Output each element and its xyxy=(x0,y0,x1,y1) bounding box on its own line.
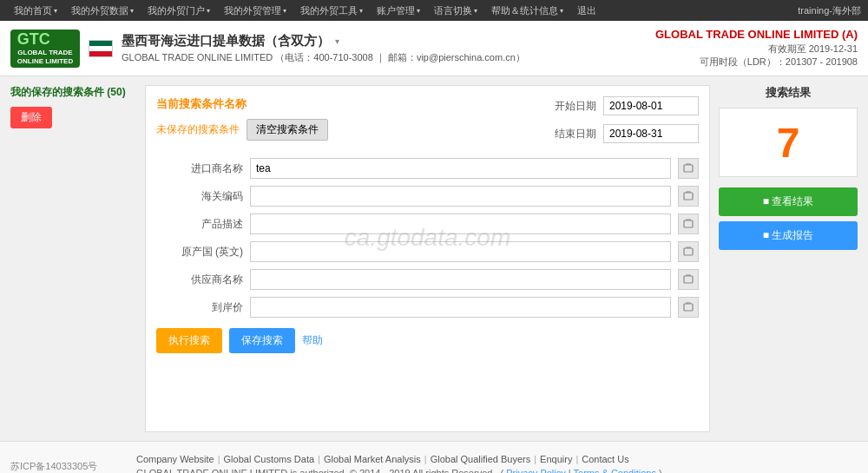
supplier-icon[interactable] xyxy=(678,269,699,290)
form-left-top: 当前搜索条件名称 未保存的搜索条件 清空搜索条件 xyxy=(156,96,555,151)
svg-rect-5 xyxy=(684,304,693,311)
importer-input[interactable] xyxy=(250,158,671,179)
product-input[interactable] xyxy=(250,214,671,234)
right-panel: 搜索结果 7 ■ 查看结果 ■ 生成报告 xyxy=(719,85,858,432)
cif-row: 到岸价 xyxy=(156,297,699,318)
importer-row: 进口商名称 xyxy=(156,158,699,179)
mexico-flag xyxy=(89,40,113,57)
svg-rect-2 xyxy=(684,220,693,227)
help-link[interactable]: 帮助 xyxy=(302,333,323,348)
supplier-input[interactable] xyxy=(250,269,671,290)
center-panel: 当前搜索条件名称 未保存的搜索条件 清空搜索条件 开始日期 结束日期 ca.gt… xyxy=(145,85,710,432)
page-title: 墨西哥海运进口提单数据（含双方） xyxy=(122,33,330,49)
nav-logout[interactable]: 退出 xyxy=(570,0,603,21)
importer-icon[interactable] xyxy=(678,158,699,179)
view-results-button[interactable]: ■ 查看结果 xyxy=(719,187,858,216)
saved-conditions-label: 我的保存的搜索条件 (50) xyxy=(10,85,136,100)
company-name: GLOBAL TRADE ONLINE LIMITED (A) xyxy=(655,28,858,41)
nav-language-arrow: ▾ xyxy=(474,7,477,15)
date-fields: 开始日期 结束日期 xyxy=(555,96,699,148)
nav-account[interactable]: 账户管理 ▾ xyxy=(370,0,427,21)
footer-market-analysis[interactable]: Global Market Analysis xyxy=(324,454,421,464)
nav-tools[interactable]: 我的外贸工具 ▾ xyxy=(293,0,370,21)
customs-row: 海关编码 xyxy=(156,186,699,207)
supplier-label: 供应商名称 xyxy=(156,273,243,287)
nav-portal[interactable]: 我的外贸门户 ▾ xyxy=(141,0,217,21)
nav-home-arrow: ▾ xyxy=(54,7,57,15)
save-search-button[interactable]: 保存搜索 xyxy=(229,328,295,353)
logo: GTC GLOBAL TRADEONLINE LIMITED xyxy=(10,30,80,68)
end-date-label: 结束日期 xyxy=(555,127,596,141)
end-date-input[interactable] xyxy=(603,124,699,143)
clear-conditions-button[interactable]: 清空搜索条件 xyxy=(247,119,328,141)
footer-contact-us[interactable]: Contact Us xyxy=(582,454,628,464)
footer-links: Company Website | Global Customs Data | … xyxy=(136,454,858,464)
footer-copyright: GLOBAL TRADE ONLINE LIMITED is authorize… xyxy=(136,468,858,473)
customs-input[interactable] xyxy=(250,186,671,207)
left-sidebar: 我的保存的搜索条件 (50) 删除 xyxy=(10,85,136,432)
training-label: training-海外部 xyxy=(798,4,861,17)
nav-management[interactable]: 我的外贸管理 ▾ xyxy=(217,0,293,21)
subtitle-company: GLOBAL TRADE ONLINE LIMITED xyxy=(122,52,273,62)
svg-rect-4 xyxy=(684,276,693,283)
nav-home[interactable]: 我的首页 ▾ xyxy=(7,0,64,21)
header-subtitle: GLOBAL TRADE ONLINE LIMITED （电话：400-710-… xyxy=(122,51,525,64)
customs-icon[interactable] xyxy=(678,186,699,207)
footer-right: Company Website | Global Customs Data | … xyxy=(136,454,858,473)
privacy-policy-link[interactable]: Privacy Policy xyxy=(506,468,565,473)
condition-name-label: 当前搜索条件名称 xyxy=(156,96,555,112)
page-footer: 苏ICP备14033305号 Company Website | Global … xyxy=(0,441,868,473)
cif-input[interactable] xyxy=(250,297,671,318)
header-left: GTC GLOBAL TRADEONLINE LIMITED 墨西哥海运进口提单… xyxy=(10,30,525,68)
importer-label: 进口商名称 xyxy=(156,161,243,176)
customs-label: 海关编码 xyxy=(156,189,243,204)
start-date-input[interactable] xyxy=(603,96,699,115)
title-dropdown-arrow[interactable]: ▾ xyxy=(335,36,339,46)
nav-tools-arrow: ▾ xyxy=(359,7,363,15)
unsaved-row: 未保存的搜索条件 清空搜索条件 xyxy=(156,119,555,141)
nav-language[interactable]: 语言切换 ▾ xyxy=(427,0,484,21)
action-row: 执行搜索 保存搜索 帮助 xyxy=(156,328,699,353)
footer-company-website[interactable]: Company Website xyxy=(136,454,214,464)
subtitle-email: 邮箱：vip@pierschina.com.cn xyxy=(388,52,516,62)
validity-date: 有效期至 2019-12-31 xyxy=(655,43,858,56)
product-icon[interactable] xyxy=(678,214,699,234)
start-date-label: 开始日期 xyxy=(555,99,596,114)
svg-rect-0 xyxy=(684,165,693,172)
origin-icon[interactable] xyxy=(678,241,699,262)
nav-portal-arrow: ▾ xyxy=(207,7,210,15)
delete-button[interactable]: 删除 xyxy=(10,107,52,128)
form-fields-container: ca.gtodata.com 进口商名称 海关编码 产品描述 xyxy=(156,158,699,318)
logo-gtc: GTC xyxy=(17,30,73,49)
origin-input[interactable] xyxy=(250,241,671,262)
icp-number: 苏ICP备14033305号 xyxy=(10,460,136,473)
nav-data-arrow: ▾ xyxy=(130,7,134,15)
footer-qualified-buyers[interactable]: Global Qualified Buyers xyxy=(431,454,531,464)
generate-report-button[interactable]: ■ 生成报告 xyxy=(719,221,858,250)
svg-rect-1 xyxy=(684,193,693,200)
cif-icon[interactable] xyxy=(678,297,699,318)
origin-label: 原产国 (英文) xyxy=(156,245,243,259)
nav-help-arrow: ▾ xyxy=(560,7,563,15)
subtitle-phone: 电话：400-710-3008 xyxy=(285,52,373,62)
unsaved-label: 未保存的搜索条件 xyxy=(156,122,240,137)
svg-rect-3 xyxy=(684,248,693,255)
execute-search-button[interactable]: 执行搜索 xyxy=(156,328,222,353)
main-content: 我的保存的搜索条件 (50) 删除 当前搜索条件名称 未保存的搜索条件 清空搜索… xyxy=(0,76,868,441)
search-results-title: 搜索结果 xyxy=(719,85,858,101)
nav-help[interactable]: 帮助＆统计信息 ▾ xyxy=(484,0,570,21)
nav-data[interactable]: 我的外贸数据 ▾ xyxy=(64,0,141,21)
supplier-row: 供应商名称 xyxy=(156,269,699,290)
nav-items-left: 我的首页 ▾ 我的外贸数据 ▾ 我的外贸门户 ▾ 我的外贸管理 ▾ 我的外贸工具… xyxy=(7,0,603,21)
header-right: GLOBAL TRADE ONLINE LIMITED (A) 有效期至 201… xyxy=(655,28,858,69)
footer-enquiry[interactable]: Enquiry xyxy=(540,454,572,464)
end-date-row: 结束日期 xyxy=(555,124,699,143)
top-navigation: 我的首页 ▾ 我的外贸数据 ▾ 我的外贸门户 ▾ 我的外贸管理 ▾ 我的外贸工具… xyxy=(0,0,868,21)
result-count: 7 xyxy=(777,119,800,167)
footer-global-customs[interactable]: Global Customs Data xyxy=(224,454,315,464)
product-label: 产品描述 xyxy=(156,217,243,232)
result-number-box: 7 xyxy=(719,108,858,177)
terms-conditions-link[interactable]: Terms & Conditions xyxy=(574,468,656,473)
header-title-block: 墨西哥海运进口提单数据（含双方） ▾ GLOBAL TRADE ONLINE L… xyxy=(122,33,525,64)
form-top-section: 当前搜索条件名称 未保存的搜索条件 清空搜索条件 开始日期 结束日期 xyxy=(156,96,699,151)
